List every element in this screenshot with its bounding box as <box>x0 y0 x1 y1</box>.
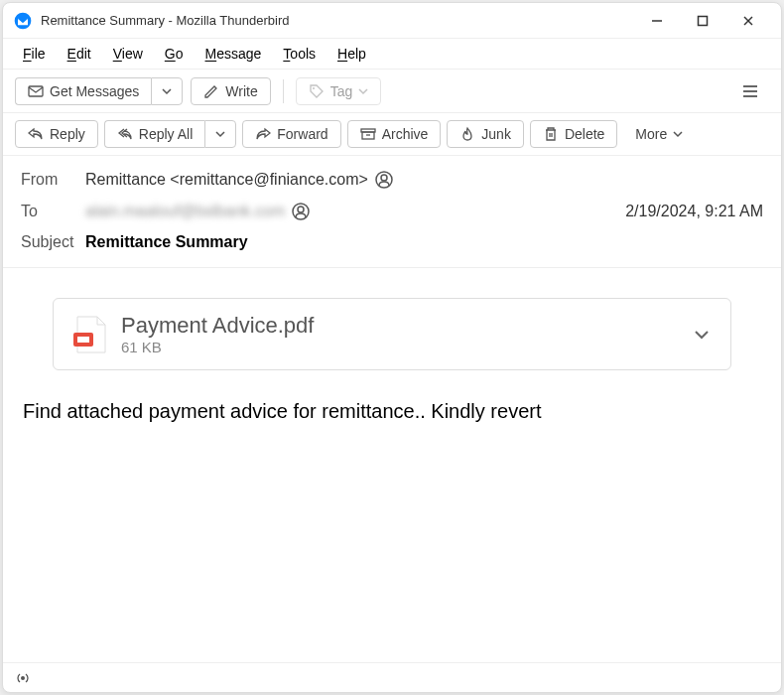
menu-view[interactable]: View <box>103 42 153 66</box>
menu-message[interactable]: Message <box>196 42 272 66</box>
archive-button[interactable]: Archive <box>347 120 442 148</box>
menu-edit[interactable]: Edit <box>58 42 101 66</box>
svg-point-6 <box>313 87 315 89</box>
subject-row: Subject Remittance Summary <box>21 227 763 257</box>
connection-icon[interactable] <box>15 670 31 686</box>
junk-label: Junk <box>481 126 511 142</box>
contact-icon[interactable] <box>291 202 311 221</box>
email-date: 2/19/2024, 9:21 AM <box>625 203 763 220</box>
forward-label: Forward <box>277 126 327 142</box>
tag-label: Tag <box>330 83 353 99</box>
attachment-box[interactable]: Payment Advice.pdf 61 KB <box>53 298 731 370</box>
to-row: To alain.maalouf@bslbank.com 2/19/2024, … <box>21 196 763 227</box>
menu-file[interactable]: File <box>13 42 56 66</box>
archive-icon <box>360 126 376 142</box>
trash-icon <box>543 126 559 142</box>
reply-all-button[interactable]: Reply All <box>104 120 204 148</box>
chevron-down-icon <box>162 86 172 96</box>
get-messages-label: Get Messages <box>50 83 139 99</box>
get-messages-button[interactable]: Get Messages <box>15 77 151 105</box>
attachment-size: 61 KB <box>121 339 679 355</box>
svg-rect-2 <box>699 16 708 25</box>
reply-icon <box>28 126 44 142</box>
subject-value: Remittance Summary <box>85 233 248 251</box>
chevron-down-icon <box>215 129 225 139</box>
statusbar <box>3 662 781 692</box>
svg-point-0 <box>15 12 32 29</box>
svg-point-14 <box>381 175 387 181</box>
titlebar: Remittance Summary - Mozilla Thunderbird <box>3 3 781 39</box>
archive-label: Archive <box>382 126 429 142</box>
thunderbird-icon <box>13 11 33 31</box>
main-toolbar: Get Messages Write Tag <box>3 69 781 112</box>
envelope-icon <box>28 83 44 99</box>
menu-help[interactable]: Help <box>327 42 376 66</box>
svg-rect-18 <box>77 337 89 343</box>
email-header: From Remittance <remittance@finiance.com… <box>3 156 781 268</box>
forward-button[interactable]: Forward <box>242 120 340 148</box>
delete-button[interactable]: Delete <box>530 120 617 148</box>
menu-go[interactable]: Go <box>155 42 194 66</box>
window-title: Remittance Summary - Mozilla Thunderbird <box>41 13 634 28</box>
svg-point-19 <box>21 676 25 680</box>
to-label: To <box>21 203 85 220</box>
write-button[interactable]: Write <box>191 77 270 105</box>
subject-label: Subject <box>21 233 85 251</box>
minimize-button[interactable] <box>634 5 680 37</box>
reply-label: Reply <box>50 126 85 142</box>
contact-icon[interactable] <box>374 170 394 190</box>
from-value: Remittance <remittance@finiance.com> <box>85 171 368 189</box>
chevron-down-icon <box>358 86 368 96</box>
menubar: File Edit View Go Message Tools Help <box>3 39 781 69</box>
delete-label: Delete <box>565 126 604 142</box>
more-label: More <box>635 126 667 142</box>
tag-button[interactable]: Tag <box>296 77 382 105</box>
close-button[interactable] <box>725 5 771 37</box>
separator <box>283 79 284 103</box>
tag-icon <box>309 83 325 99</box>
reply-all-dropdown[interactable] <box>204 120 236 148</box>
reply-button[interactable]: Reply <box>15 120 98 148</box>
write-label: Write <box>225 83 257 99</box>
app-window: Remittance Summary - Mozilla Thunderbird… <box>2 2 782 693</box>
menu-tools[interactable]: Tools <box>273 42 326 66</box>
from-label: From <box>21 171 85 189</box>
reply-all-icon <box>117 126 133 142</box>
from-row: From Remittance <remittance@finiance.com… <box>21 164 763 196</box>
attachment-info: Payment Advice.pdf 61 KB <box>121 313 679 355</box>
flame-icon <box>459 126 475 142</box>
hamburger-menu[interactable] <box>731 76 769 106</box>
maximize-button[interactable] <box>680 5 725 37</box>
chevron-down-icon <box>673 129 683 139</box>
forward-icon <box>255 126 271 142</box>
chevron-down-icon[interactable] <box>693 326 711 344</box>
svg-rect-5 <box>29 86 43 96</box>
pencil-icon <box>203 83 219 99</box>
junk-button[interactable]: Junk <box>447 120 524 148</box>
window-controls <box>634 5 771 37</box>
pdf-file-icon <box>73 315 107 354</box>
get-messages-dropdown[interactable] <box>151 77 183 105</box>
email-body: Find attached payment advice for remitta… <box>3 390 781 433</box>
to-value: alain.maalouf@bslbank.com <box>85 203 285 220</box>
more-button[interactable]: More <box>623 121 695 147</box>
reply-all-label: Reply All <box>139 126 193 142</box>
svg-point-16 <box>298 207 304 212</box>
body-text: Find attached payment advice for remitta… <box>23 400 541 422</box>
message-toolbar: Reply Reply All Forward <box>3 112 781 156</box>
attachment-name: Payment Advice.pdf <box>121 313 679 339</box>
